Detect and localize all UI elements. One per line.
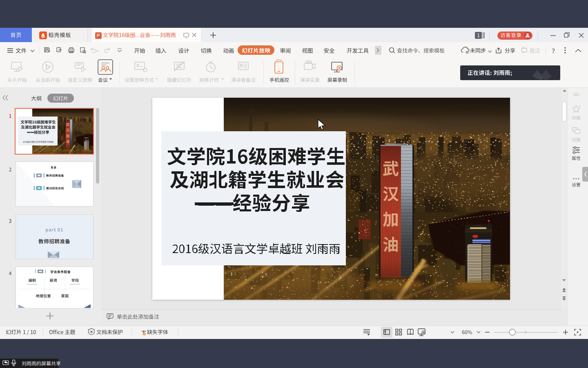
svg-text:?: ? <box>144 333 145 335</box>
svg-text:1: 1 <box>477 33 480 38</box>
svg-text:?: ? <box>552 47 555 55</box>
